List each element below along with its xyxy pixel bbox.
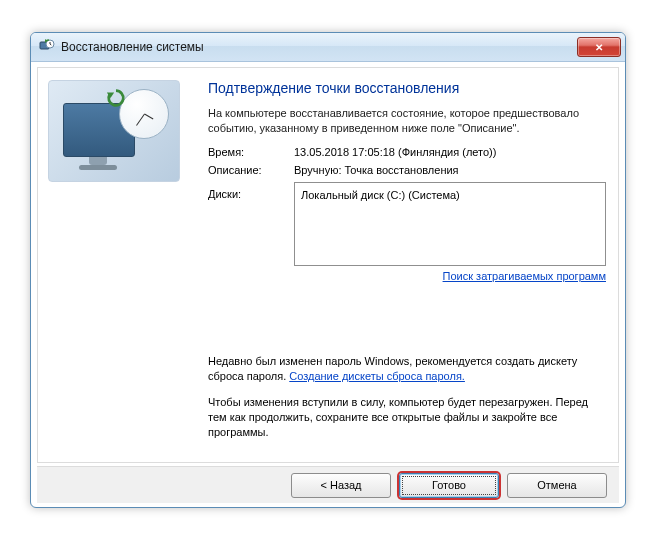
restore-arrow-icon — [105, 87, 127, 109]
restore-graphic — [48, 80, 180, 182]
back-button[interactable]: < Назад — [291, 473, 391, 498]
close-button[interactable]: ✕ — [577, 37, 621, 57]
password-note: Недавно был изменен пароль Windows, реко… — [208, 354, 606, 384]
create-password-reset-disk-link[interactable]: Создание дискеты сброса пароля. — [289, 370, 465, 382]
wizard-content: Подтверждение точки восстановления На ко… — [208, 78, 606, 452]
wizard-body: Подтверждение точки восстановления На ко… — [37, 67, 619, 463]
page-heading: Подтверждение точки восстановления — [208, 80, 606, 96]
titlebar[interactable]: Восстановление системы ✕ — [31, 33, 625, 62]
disk-item[interactable]: Локальный диск (C:) (Система) — [301, 189, 599, 201]
system-restore-window: Восстановление системы ✕ Подтверждение т — [30, 32, 626, 508]
scan-affected-programs-link[interactable]: Поиск затрагиваемых программ — [443, 270, 606, 282]
time-label: Время: — [208, 146, 286, 158]
system-restore-icon — [39, 39, 55, 55]
wizard-footer: < Назад Готово Отмена — [37, 466, 619, 503]
disks-label: Диски: — [208, 188, 286, 200]
description-value: Вручную: Точка восстановления — [294, 164, 606, 176]
description-label: Описание: — [208, 164, 286, 176]
window-title: Восстановление системы — [61, 40, 577, 54]
intro-text: На компьютере восстанавливается состояни… — [208, 106, 606, 136]
reboot-warning: Чтобы изменения вступили в силу, компьют… — [208, 395, 606, 440]
disks-listbox[interactable]: Локальный диск (C:) (Система) — [294, 182, 606, 266]
cancel-button[interactable]: Отмена — [507, 473, 607, 498]
wizard-graphic-area — [48, 80, 198, 182]
finish-button[interactable]: Готово — [399, 473, 499, 498]
close-icon: ✕ — [595, 42, 603, 53]
time-value: 13.05.2018 17:05:18 (Финляндия (лето)) — [294, 146, 606, 158]
